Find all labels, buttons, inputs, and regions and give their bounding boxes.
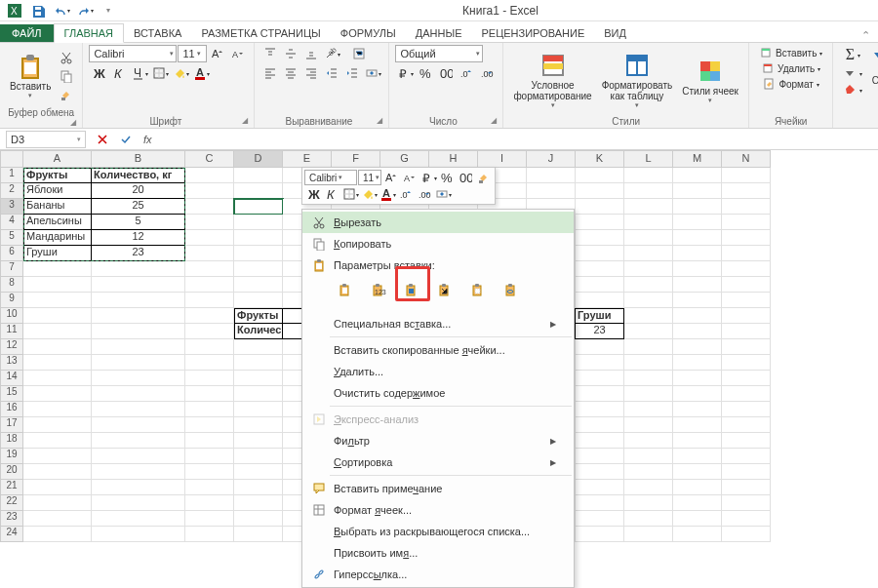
cell-M17[interactable]: [673, 417, 722, 433]
cell-M8[interactable]: [673, 277, 722, 293]
cell-M6[interactable]: [673, 246, 722, 261]
cell-D14[interactable]: [234, 371, 283, 386]
row-header-1[interactable]: 1: [0, 168, 23, 183]
col-header-G[interactable]: G: [380, 150, 429, 168]
row-header-24[interactable]: 24: [0, 527, 23, 542]
tab-home[interactable]: ГЛАВНАЯ: [54, 23, 124, 43]
cell-L19[interactable]: [624, 449, 673, 464]
cell-M20[interactable]: [673, 464, 722, 480]
italic-button[interactable]: [109, 64, 129, 82]
cell-K12[interactable]: [576, 339, 624, 355]
cell-B4[interactable]: 5: [92, 215, 185, 230]
cell-N23[interactable]: [722, 511, 771, 527]
cell-M14[interactable]: [673, 371, 722, 386]
cell-K7[interactable]: [576, 261, 624, 277]
col-header-A[interactable]: A: [23, 150, 92, 168]
cell-M7[interactable]: [673, 261, 722, 277]
cell-M16[interactable]: [673, 402, 722, 417]
col-header-I[interactable]: I: [478, 150, 527, 168]
align-center-button[interactable]: [281, 64, 300, 82]
cell-L11[interactable]: [624, 324, 673, 339]
cell-N12[interactable]: [722, 339, 771, 355]
cell-C18[interactable]: [185, 433, 234, 449]
paste-link[interactable]: [499, 280, 529, 307]
cell-A6[interactable]: Груши: [23, 246, 92, 261]
cell-K2[interactable]: [576, 183, 624, 199]
cell-L5[interactable]: [624, 230, 673, 246]
insert-function-button[interactable]: [137, 130, 160, 149]
cell-C16[interactable]: [185, 402, 234, 417]
font-color-button[interactable]: ▾: [191, 64, 211, 82]
cell-C15[interactable]: [185, 386, 234, 402]
ctx-clear[interactable]: Очистить содержимоеОчистить содержимое: [302, 382, 574, 404]
row-header-21[interactable]: 21: [0, 480, 23, 495]
cell-L15[interactable]: [624, 386, 673, 402]
col-header-D[interactable]: D: [234, 150, 283, 168]
name-box[interactable]: D3▾: [6, 131, 86, 148]
currency-button[interactable]: ▾: [395, 64, 415, 82]
align-launcher[interactable]: ◢: [377, 116, 382, 125]
cell-D23[interactable]: [234, 511, 283, 527]
percent-button[interactable]: [416, 64, 435, 82]
cell-A11[interactable]: [23, 324, 92, 339]
cell-D19[interactable]: [234, 449, 283, 464]
cell-N17[interactable]: [722, 417, 771, 433]
cell-L2[interactable]: [624, 183, 673, 199]
cell-L6[interactable]: [624, 246, 673, 261]
excel-icon[interactable]: X: [4, 1, 25, 20]
decrease-indent-button[interactable]: [322, 64, 341, 82]
ctx-cut[interactable]: ВырезатьВырезать: [302, 212, 574, 233]
mini-dec-font[interactable]: [401, 170, 419, 185]
paste-transpose[interactable]: [433, 280, 462, 307]
cell-C7[interactable]: [185, 261, 234, 277]
row-header-10[interactable]: 10: [0, 308, 23, 324]
align-right-button[interactable]: [301, 64, 321, 82]
cell-B1[interactable]: Количество, кг: [92, 168, 185, 183]
cell-M12[interactable]: [673, 339, 722, 355]
cell-A16[interactable]: [23, 402, 92, 417]
cell-A8[interactable]: [23, 277, 92, 293]
cell-K6[interactable]: [576, 246, 624, 261]
cell-K10[interactable]: Груши: [576, 308, 624, 324]
cell-C11[interactable]: [185, 324, 234, 339]
cell-B14[interactable]: [92, 371, 185, 386]
cell-B20[interactable]: [92, 464, 185, 480]
cell-K8[interactable]: [576, 277, 624, 293]
row-header-2[interactable]: 2: [0, 183, 23, 199]
cell-C3[interactable]: [185, 199, 234, 215]
cell-B7[interactable]: [92, 261, 185, 277]
row-header-22[interactable]: 22: [0, 495, 23, 511]
ctx-paste-special[interactable]: Специальная вставка...Специальная вставк…: [302, 313, 574, 334]
font-name-combo[interactable]: Calibri▾: [89, 45, 177, 62]
cell-D5[interactable]: [234, 230, 283, 246]
paste-formatting[interactable]: [466, 280, 496, 307]
cell-A24[interactable]: [23, 527, 92, 542]
save-button[interactable]: [27, 1, 49, 20]
cell-N1[interactable]: [722, 168, 771, 183]
mini-italic[interactable]: [323, 186, 340, 202]
cell-K18[interactable]: [576, 433, 624, 449]
cell-B13[interactable]: [92, 355, 185, 371]
cell-M18[interactable]: [673, 433, 722, 449]
cell-C20[interactable]: [185, 464, 234, 480]
number-launcher[interactable]: ◢: [491, 116, 497, 125]
increase-font-button[interactable]: [208, 45, 227, 62]
cell-A5[interactable]: Мандарины: [23, 230, 92, 246]
increase-decimal-button[interactable]: [457, 64, 476, 82]
row-header-13[interactable]: 13: [0, 355, 23, 371]
cell-K13[interactable]: [576, 355, 624, 371]
cell-N21[interactable]: [722, 480, 771, 495]
row-header-12[interactable]: 12: [0, 339, 23, 355]
cell-N4[interactable]: [722, 215, 771, 230]
cell-N8[interactable]: [722, 277, 771, 293]
cell-B24[interactable]: [92, 527, 185, 542]
tab-review[interactable]: РЕЦЕНЗИРОВАНИЕ: [471, 24, 594, 42]
increase-indent-button[interactable]: [342, 64, 362, 82]
cell-N11[interactable]: [722, 324, 771, 339]
formula-input[interactable]: [160, 131, 878, 148]
col-header-H[interactable]: H: [429, 150, 478, 168]
cell-L14[interactable]: [624, 371, 673, 386]
cell-C13[interactable]: [185, 355, 234, 371]
font-launcher[interactable]: ◢: [242, 116, 248, 125]
cell-M22[interactable]: [673, 495, 722, 511]
